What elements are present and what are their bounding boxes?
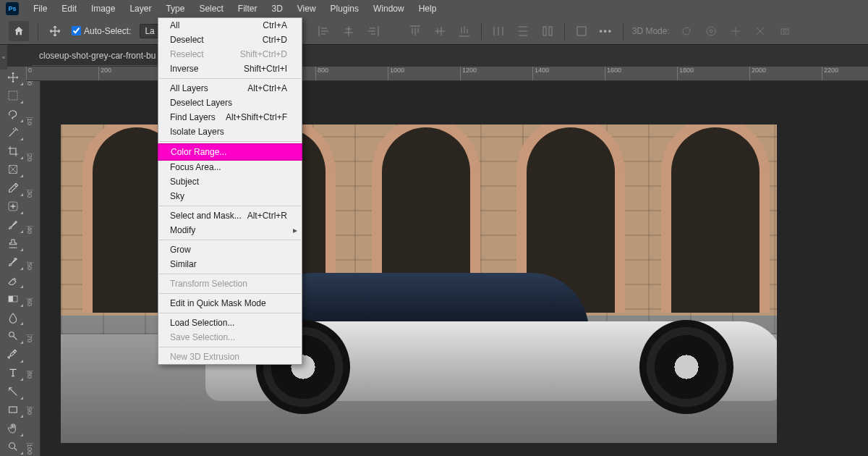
menu-edit[interactable]: Edit	[54, 1, 84, 17]
svg-point-13	[9, 332, 14, 337]
ruler-horizontal: 0200400600800100012001400160018002000220…	[26, 67, 868, 81]
lasso-tool[interactable]	[1, 105, 25, 124]
path-tool[interactable]	[1, 382, 25, 401]
divider	[481, 22, 482, 40]
stamp-tool[interactable]	[1, 235, 25, 253]
menu-separator	[159, 78, 301, 79]
menu-item-modify[interactable]: Modify	[158, 223, 302, 237]
toolbar-collapse-icon[interactable]: «	[0, 45, 7, 69]
3d-slide-icon[interactable]	[752, 23, 768, 39]
menu-window[interactable]: Window	[366, 1, 412, 17]
menu-item-subject[interactable]: Subject	[158, 174, 302, 189]
menu-separator	[159, 206, 301, 206]
menubar: Ps FileEditImageLayerTypeSelectFilter3DV…	[0, 0, 868, 17]
menu-3d[interactable]: 3D	[264, 1, 289, 17]
auto-select-checkbox[interactable]: Auto-Select:	[72, 26, 131, 36]
menu-select[interactable]: Select	[192, 1, 230, 17]
align-bottom-icon[interactable]	[456, 23, 472, 39]
menu-help[interactable]: Help	[412, 1, 444, 17]
dodge-tool[interactable]	[1, 326, 25, 345]
menu-plugins[interactable]: Plugins	[323, 1, 366, 17]
history-tool[interactable]	[1, 253, 25, 271]
frame-tool[interactable]	[1, 161, 25, 180]
menu-layer[interactable]: Layer	[122, 1, 158, 17]
gradient-tool[interactable]	[1, 290, 25, 308]
divider	[564, 22, 565, 40]
3d-zoom-icon[interactable]	[777, 23, 793, 39]
menu-item-edit-in-quick-mask-mode[interactable]: Edit in Quick Mask Mode	[158, 296, 302, 311]
pen-tool[interactable]	[1, 345, 25, 364]
svg-point-15	[9, 443, 15, 449]
menu-item-deselect-layers[interactable]: Deselect Layers	[158, 96, 302, 110]
menu-item-sky[interactable]: Sky	[158, 189, 302, 203]
svg-point-4	[707, 27, 715, 35]
svg-rect-1	[549, 27, 552, 35]
ruler-vertical: 0102030405060708090100	[26, 81, 41, 456]
svg-point-7	[783, 30, 786, 33]
blur-tool[interactable]	[1, 308, 25, 327]
menu-item-deselect[interactable]: DeselectCtrl+D	[158, 33, 302, 47]
distribute-h-icon[interactable]	[490, 23, 506, 39]
rectangle-tool[interactable]	[1, 401, 25, 420]
menu-item-reselect: ReselectShift+Ctrl+D	[158, 47, 302, 62]
move-tool[interactable]	[1, 68, 25, 87]
menu-type[interactable]: Type	[158, 1, 192, 17]
align-to-icon[interactable]	[574, 23, 590, 39]
menu-item-grow[interactable]: Grow	[158, 242, 302, 257]
app-logo: Ps	[6, 2, 19, 15]
more-icon[interactable]: •••	[598, 23, 614, 39]
3d-roll-icon[interactable]	[703, 23, 719, 39]
menu-item-all[interactable]: AllCtrl+A	[158, 18, 302, 33]
svg-point-3	[683, 28, 690, 35]
canvas[interactable]: 0200400600800100012001400160018002000220…	[26, 67, 868, 456]
align-top-icon[interactable]	[407, 23, 423, 39]
menu-file[interactable]: File	[26, 1, 54, 17]
menu-view[interactable]: View	[290, 1, 323, 17]
eyedropper-tool[interactable]	[1, 179, 25, 198]
brush-tool[interactable]	[1, 216, 25, 235]
menu-item-select-and-mask-[interactable]: Select and Mask...Alt+Ctrl+R	[158, 208, 302, 223]
align-left-icon[interactable]	[316, 23, 332, 39]
menu-item-color-range-[interactable]: Color Range...	[158, 143, 302, 161]
svg-rect-12	[9, 296, 13, 302]
document-title: closeup-shot-grey-car-front-bu	[39, 51, 156, 61]
distribute-v-icon[interactable]	[515, 23, 531, 39]
menu-item-transform-selection: Transform Selection	[158, 276, 302, 291]
menu-item-load-selection-[interactable]: Load Selection...	[158, 316, 302, 330]
align-center-h-icon[interactable]	[341, 23, 357, 39]
type-tool[interactable]	[1, 364, 25, 383]
wand-tool[interactable]	[1, 124, 25, 143]
hand-tool[interactable]	[1, 419, 25, 438]
menu-item-find-layers[interactable]: Find LayersAlt+Shift+Ctrl+F	[158, 110, 302, 124]
menu-filter[interactable]: Filter	[231, 1, 265, 17]
crop-tool[interactable]	[1, 142, 25, 161]
3d-pan-icon[interactable]	[728, 23, 744, 39]
svg-rect-8	[9, 91, 17, 100]
home-icon[interactable]	[9, 21, 29, 41]
menu-item-isolate-layers[interactable]: Isolate Layers	[158, 124, 302, 139]
marquee-tool[interactable]	[1, 87, 25, 106]
3d-orbit-icon[interactable]	[678, 23, 694, 39]
distribute-spacing-icon[interactable]	[540, 23, 556, 39]
menu-item-similar[interactable]: Similar	[158, 257, 302, 271]
menu-item-focus-area-[interactable]: Focus Area...	[158, 160, 302, 174]
menu-item-inverse[interactable]: InverseShift+Ctrl+I	[158, 62, 302, 76]
zoom-tool[interactable]	[1, 438, 25, 456]
heal-tool[interactable]	[1, 198, 25, 216]
menu-separator	[159, 293, 301, 294]
move-tool-icon[interactable]	[47, 23, 63, 39]
select-menu-dropdown: AllCtrl+ADeselectCtrl+DReselectShift+Ctr…	[158, 17, 302, 365]
menu-separator	[159, 240, 301, 240]
menu-item-new-d-extrusion: New 3D Extrusion	[158, 350, 302, 364]
menu-item-all-layers[interactable]: All LayersAlt+Ctrl+A	[158, 81, 302, 96]
svg-point-5	[710, 30, 712, 33]
svg-rect-2	[577, 27, 586, 35]
menu-separator	[159, 347, 301, 347]
align-right-icon[interactable]	[365, 23, 381, 39]
svg-rect-0	[543, 27, 546, 35]
eraser-tool[interactable]	[1, 271, 25, 290]
document-tab[interactable]: closeup-shot-grey-car-front-bu ×	[32, 46, 176, 66]
menu-image[interactable]: Image	[84, 1, 122, 17]
menu-separator	[159, 274, 301, 274]
align-middle-icon[interactable]	[432, 23, 448, 39]
